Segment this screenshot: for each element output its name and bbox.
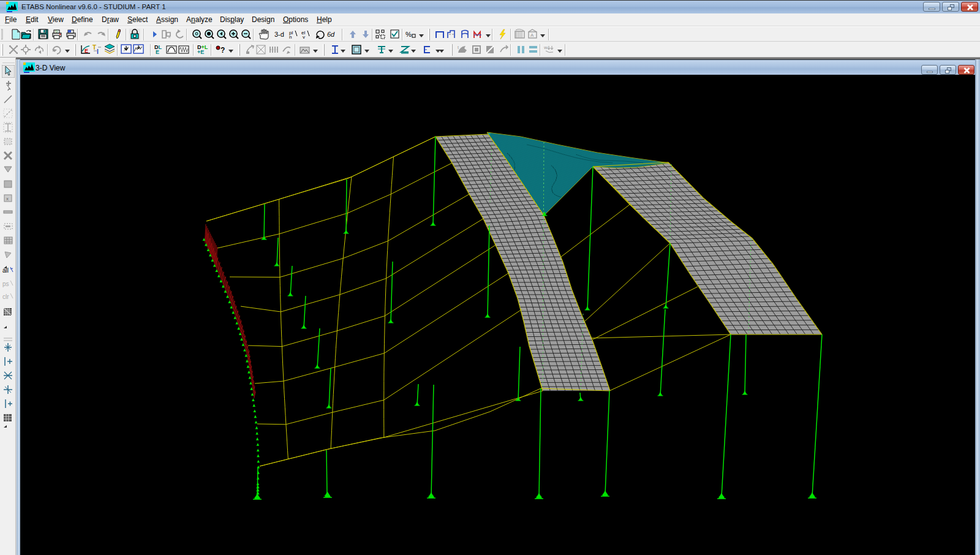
svg-text:?: ?	[221, 46, 225, 55]
svg-text:A: A	[530, 32, 534, 38]
svg-text:I: I	[97, 48, 99, 55]
svg-text:clr: clr	[2, 293, 9, 300]
svg-text:3-d: 3-d	[274, 31, 284, 38]
svg-text:6d: 6d	[327, 31, 335, 38]
svg-text:E: E	[85, 48, 88, 54]
svg-text:ps: ps	[2, 281, 9, 287]
svg-text:E: E	[156, 49, 159, 55]
svg-text:t: t	[458, 45, 459, 50]
svg-text:n: n	[289, 34, 292, 40]
svg-text:v: v	[303, 34, 305, 40]
svg-text:all: all	[2, 267, 9, 274]
svg-text:w: w	[544, 45, 548, 50]
svg-text:+E: +E	[197, 49, 204, 55]
svg-text:G: G	[55, 29, 58, 33]
svg-text:%: %	[405, 31, 412, 38]
svg-text:T: T	[92, 44, 96, 51]
svg-text:x: x	[6, 196, 9, 202]
